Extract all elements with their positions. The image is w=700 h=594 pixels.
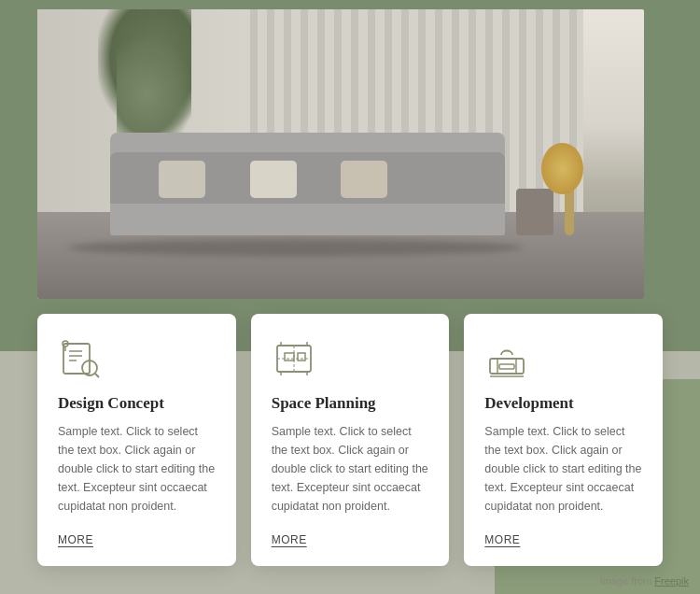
image-credit: Image from Freepik (600, 575, 689, 587)
page-wrapper: Design Concept Sample text. Click to sel… (0, 0, 700, 594)
card-space-planning-text: Sample text. Click to select the text bo… (272, 422, 429, 516)
design-concept-icon-wrapper (58, 336, 103, 381)
design-icon (58, 336, 103, 381)
card-design-concept-text: Sample text. Click to select the text bo… (58, 422, 216, 516)
freepik-link[interactable]: Freepik (654, 575, 689, 587)
card-space-planning-title: Space Planning (272, 394, 429, 413)
svg-line-2 (95, 374, 99, 377)
svg-rect-12 (490, 359, 524, 374)
card-design-concept: Design Concept Sample text. Click to sel… (37, 314, 236, 566)
cards-section: Design Concept Sample text. Click to sel… (37, 314, 663, 566)
card-development-more[interactable]: MORE (484, 533, 520, 546)
card-space-planning: Space Planning Sample text. Click to sel… (251, 314, 450, 566)
space-planning-icon-wrapper (272, 336, 316, 381)
card-space-planning-more[interactable]: MORE (272, 533, 307, 546)
svg-rect-15 (499, 364, 514, 369)
hero-image (37, 9, 644, 299)
svg-rect-9 (298, 353, 305, 361)
development-icon-wrapper (484, 336, 529, 381)
card-design-concept-title: Design Concept (58, 394, 216, 413)
card-development-text: Sample text. Click to select the text bo… (484, 422, 642, 516)
card-development-title: Development (484, 394, 642, 413)
image-credit-text: Image from (600, 575, 652, 587)
card-design-concept-more[interactable]: MORE (58, 533, 93, 546)
space-planning-icon (272, 336, 316, 381)
svg-rect-0 (63, 344, 90, 374)
card-development: Development Sample text. Click to select… (464, 314, 663, 566)
svg-rect-8 (285, 353, 294, 361)
development-icon (484, 336, 529, 381)
